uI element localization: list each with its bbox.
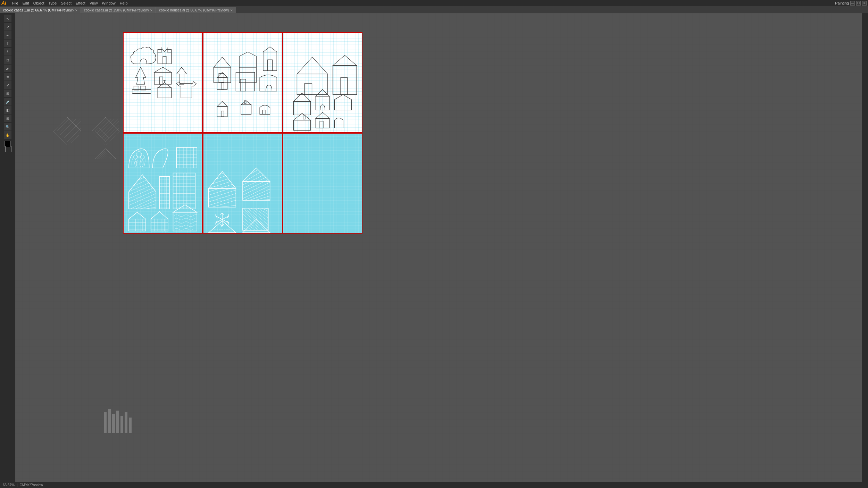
- svg-line-5: [62, 119, 80, 136]
- svg-line-206: [220, 213, 222, 214]
- svg-line-31: [102, 156, 111, 159]
- tab-close-1[interactable]: ✕: [150, 9, 153, 12]
- svg-rect-71: [240, 79, 246, 91]
- svg-marker-79: [297, 57, 327, 74]
- svg-marker-64: [263, 47, 277, 52]
- rect-tool[interactable]: □: [4, 56, 11, 64]
- tab-close-2[interactable]: ✕: [230, 9, 233, 12]
- title-bar: Ai File Edit Object Type Select Effect V…: [0, 0, 868, 6]
- stroke-color[interactable]: [5, 146, 11, 152]
- svg-line-15: [99, 119, 114, 135]
- svg-line-186: [212, 200, 236, 207]
- svg-rect-88: [316, 96, 329, 110]
- menu-type[interactable]: Type: [47, 1, 59, 6]
- svg-rect-69: [221, 83, 224, 90]
- selection-tool[interactable]: ↖: [4, 15, 11, 22]
- svg-line-16: [100, 119, 118, 136]
- tab-1[interactable]: cookie casas.ai @ 150% (CMYK/Preview) ✕: [81, 7, 156, 13]
- svg-line-182: [209, 187, 236, 195]
- title-bar-right: Painting — ❐ ✕: [835, 1, 867, 6]
- hand-tool[interactable]: ✋: [4, 131, 11, 139]
- pen-tool[interactable]: ✒: [4, 31, 11, 39]
- scale-tool[interactable]: ⤢: [4, 81, 11, 89]
- menu-window[interactable]: Window: [100, 1, 117, 6]
- panel-bottom-right: [283, 133, 362, 234]
- gradient-tool[interactable]: ◧: [4, 106, 11, 114]
- menu-view[interactable]: View: [88, 1, 100, 6]
- svg-point-96: [136, 152, 142, 157]
- svg-rect-74: [221, 111, 224, 117]
- svg-rect-39: [112, 414, 115, 433]
- panel-bottom-middle: [203, 133, 283, 234]
- right-panel: [862, 13, 868, 482]
- svg-marker-89: [334, 94, 351, 110]
- svg-rect-70: [236, 73, 254, 91]
- svg-rect-65: [263, 52, 277, 71]
- menu-file[interactable]: File: [10, 1, 20, 6]
- svg-line-8: [67, 128, 81, 142]
- canvas-area[interactable]: [15, 13, 862, 482]
- svg-marker-174: [209, 171, 236, 188]
- panel-bl-svg: [124, 134, 202, 233]
- svg-rect-41: [120, 416, 123, 433]
- svg-marker-93: [316, 112, 329, 118]
- svg-rect-91: [293, 120, 310, 130]
- svg-line-4: [60, 119, 76, 135]
- svg-marker-173: [173, 205, 197, 212]
- rotate-tool[interactable]: ↻: [4, 73, 11, 81]
- svg-marker-62: [239, 52, 256, 67]
- svg-line-2: [57, 119, 69, 131]
- svg-line-113: [129, 175, 149, 185]
- menu-effect[interactable]: Effect: [74, 1, 87, 6]
- status-mode: CMYK/Preview: [20, 483, 43, 487]
- svg-rect-42: [125, 412, 127, 433]
- eyedropper-tool[interactable]: 💉: [4, 98, 11, 106]
- svg-line-118: [129, 190, 156, 202]
- svg-marker-163: [151, 212, 168, 219]
- svg-point-98: [140, 155, 144, 159]
- svg-line-6: [64, 121, 81, 138]
- panel-top-middle: [203, 32, 283, 133]
- menu-object[interactable]: Object: [32, 1, 46, 6]
- tab-2[interactable]: cookie houses.ai @ 66.67% (CMYK/Preview)…: [156, 7, 236, 13]
- tab-0[interactable]: cookie casas 1.ai @ 66.67% (CMYK/Preview…: [0, 7, 81, 13]
- docs-container: [123, 32, 362, 234]
- tab-close-0[interactable]: ✕: [75, 9, 78, 12]
- restore-button[interactable]: ❐: [856, 1, 861, 6]
- zoom-tool[interactable]: 🔍: [4, 123, 11, 131]
- menu-edit[interactable]: Edit: [21, 1, 31, 6]
- minimize-button[interactable]: —: [850, 1, 855, 6]
- svg-line-177: [209, 171, 229, 178]
- close-button[interactable]: ✕: [862, 1, 867, 6]
- panel-tr-svg: [283, 33, 362, 132]
- svg-rect-66: [268, 60, 273, 70]
- tab-bar: cookie casas 1.ai @ 66.67% (CMYK/Preview…: [0, 6, 868, 13]
- svg-line-17: [102, 121, 119, 138]
- blend-tool[interactable]: ⊞: [4, 90, 11, 97]
- type-tool[interactable]: T: [4, 40, 11, 47]
- svg-line-184: [209, 193, 236, 202]
- svg-rect-82: [333, 66, 357, 95]
- svg-marker-24: [95, 149, 116, 159]
- vertical-bars: [104, 405, 132, 433]
- svg-marker-87: [316, 90, 329, 96]
- svg-line-19: [106, 128, 119, 142]
- svg-line-3: [59, 119, 73, 133]
- svg-line-25: [96, 150, 105, 158]
- svg-rect-73: [217, 107, 227, 117]
- menu-select[interactable]: Select: [59, 1, 73, 6]
- panel-top-left: [123, 32, 203, 133]
- svg-marker-72: [217, 101, 227, 107]
- line-tool[interactable]: \: [4, 48, 11, 56]
- panel-top-right: [283, 32, 362, 133]
- svg-rect-63: [239, 67, 256, 83]
- svg-line-199: [244, 189, 270, 200]
- direct-select-tool[interactable]: ↗: [4, 23, 11, 31]
- svg-rect-80: [297, 74, 327, 94]
- mesh-tool[interactable]: ⊞: [4, 115, 11, 122]
- svg-line-10: [71, 135, 80, 143]
- canvas-shapes-left: [50, 90, 133, 159]
- svg-marker-83: [333, 55, 357, 65]
- menu-help[interactable]: Help: [118, 1, 130, 6]
- paintbrush-tool[interactable]: 🖌: [4, 65, 11, 72]
